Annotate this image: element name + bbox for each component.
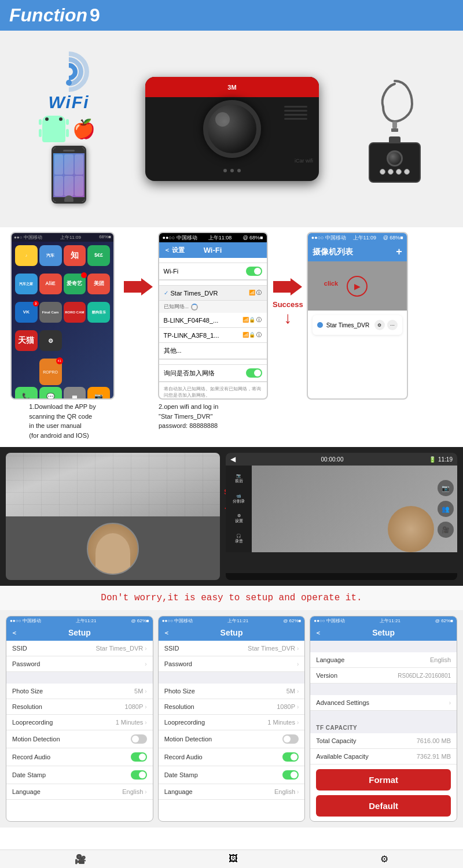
wifi-section: WiFi 🍎 xyxy=(42,54,95,204)
default-button[interactable]: Default xyxy=(316,795,451,817)
arrow2 xyxy=(273,278,302,296)
setup2-photosize-row: Photo Size 5M › xyxy=(159,684,305,699)
setup1-password-row: Password › xyxy=(6,656,153,672)
setup3-version-row: Version RS06DLZ-20160801 xyxy=(310,668,457,684)
setup2-sep1 xyxy=(159,672,305,684)
setup2-datestamp-row: Date Stamp xyxy=(159,766,305,784)
cam-list-title: 摄像机列表 xyxy=(313,247,353,257)
setup1-resolution-row: Resolution 1080P › xyxy=(6,699,153,715)
setup3-nav: ＜ Setup xyxy=(310,625,457,641)
setup3-advanced-list: Advanced Settings › xyxy=(310,695,457,711)
rec-time: 11:19 xyxy=(438,456,453,463)
rec-menu-split[interactable]: 📹分割录 xyxy=(232,493,246,505)
success-label-1: Success ↓ xyxy=(273,300,303,327)
wifi-toggle[interactable] xyxy=(246,267,262,276)
ask-join-desc: 将自动加入已知网络。如果没有已知网络，将询问您是否加入新网络。 xyxy=(159,382,267,400)
setup1-statusbar: ●●○○ 中国移动 上午11:21 @ 62%■ xyxy=(6,616,153,625)
setup3-advanced-row: Advanced Settings › xyxy=(310,695,457,711)
arrow2-col: Success ↓ xyxy=(273,232,303,327)
setup3-title: Setup xyxy=(372,628,395,637)
play-button[interactable]: ▶ xyxy=(347,276,368,297)
platform-icons: 🍎 xyxy=(42,116,95,142)
page-header: Function 9 xyxy=(0,0,463,31)
wifi-symbol xyxy=(46,54,92,89)
wifi-toggle-label: Wi-Fi xyxy=(164,268,179,275)
setup1-nav: ＜ Setup xyxy=(6,625,153,641)
recording-app-screen: ◀ 00:00:00 🔋 11:19 📷前后 📹分割录 ⚙设置 🎧录音 xyxy=(226,453,457,580)
dont-worry-section: Don't worry,it is easy to setup and oper… xyxy=(0,586,463,610)
setup2-list2: Photo Size 5M › Resolution 1080P › Loopr… xyxy=(159,684,305,800)
format-button[interactable]: Format xyxy=(316,769,451,791)
cam-more-btn[interactable]: ⋯ xyxy=(387,320,398,330)
step1-text: 1.Download the APP by scanning the QR co… xyxy=(27,400,98,442)
setup1-list: SSID Star Times_DVR › Password › xyxy=(6,641,153,672)
setup3-language-row: Language English xyxy=(310,652,457,668)
rec-menu-audio[interactable]: 🎧录音 xyxy=(234,533,244,545)
setup2-password-row: Password › xyxy=(159,656,305,672)
setup2-statusbar: ●●○○ 中国移动 上午11:21 @ 62%■ xyxy=(159,616,305,625)
step1-col: ●●○ 中国移动上午11:0968%■ ♪ 汽车 知 $€£ 汽车之家 AliE… xyxy=(5,232,120,442)
ask-join-label: 询问是否加入网络 xyxy=(164,369,215,378)
setup-screen-2: ●●○○ 中国移动 上午11:21 @ 62%■ ＜ Setup SSID St… xyxy=(158,616,306,822)
setup1-ssid-row: SSID Star Times_DVR › xyxy=(6,641,153,656)
setup2-recordaudio-row: Record Audio xyxy=(159,748,305,766)
dual-camera-view xyxy=(6,453,220,580)
wifi-label: WiFi xyxy=(48,93,89,112)
setup1-sep1 xyxy=(6,672,153,684)
setup3-sep3 xyxy=(310,711,457,722)
step3-cam-screen: ●●○○ 中国移动上午11:09@ 68%■ 摄像机列表 + ▶ click S… xyxy=(307,232,408,400)
arrow1 xyxy=(124,278,153,296)
setup1-back-btn[interactable]: ＜ xyxy=(11,629,17,637)
setup1-motion-row: Motion Detection xyxy=(6,730,153,748)
wifi-back-btn[interactable]: ＜ 设置 xyxy=(164,246,185,254)
cam-name: Star Times_DVR xyxy=(326,322,369,328)
ask-join-toggle[interactable] xyxy=(246,368,262,378)
setup1-recordaudio-toggle[interactable] xyxy=(131,752,147,762)
setup3-statusbar: ●●○○ 中国移动 上午11:21 @ 62%■ xyxy=(310,616,457,625)
setup-screen-1: ●●○○ 中国移动 上午11:21 @ 62%■ ＜ Setup SSID St… xyxy=(6,616,153,822)
network1-name: Star Times_DVR xyxy=(171,290,218,297)
other-networks: 其他... xyxy=(164,346,182,355)
rec-capture-btn[interactable]: 📷 xyxy=(438,480,454,496)
add-cam-btn[interactable]: + xyxy=(396,246,402,258)
step2-col: ●●○○ 中国移动上午11:08@ 68%■ ＜ 设置 Wi-Fi Wi-Fi xyxy=(156,232,269,433)
setup3-sep2 xyxy=(310,684,457,695)
rec-menu-frontback[interactable]: 📷前后 xyxy=(234,472,244,485)
rec-snap-btn[interactable]: 🎥 xyxy=(438,522,454,538)
svg-rect-0 xyxy=(392,121,397,128)
setup3-back-btn[interactable]: ＜ xyxy=(315,629,321,637)
setup1-photosize-row: Photo Size 5M › xyxy=(6,684,153,699)
setup2-datestamp-toggle[interactable] xyxy=(282,770,299,780)
function-number: 9 xyxy=(90,5,100,26)
cam-status-dot xyxy=(317,322,323,328)
setup1-recordaudio-row: Record Audio xyxy=(6,748,153,766)
setup2-back-btn[interactable]: ＜ xyxy=(163,629,170,637)
page-title: Function xyxy=(9,5,87,26)
rec-timer: 00:00:00 xyxy=(321,456,344,463)
setup2-motion-row: Motion Detection xyxy=(159,730,305,748)
svg-rect-1 xyxy=(391,128,398,132)
setup2-title: Setup xyxy=(221,628,243,637)
setup3-total-capacity-row: Total Capacity 7616.00 MB xyxy=(310,733,457,749)
setup-screen-3: ●●○○ 中国移动 上午11:21 @ 62%■ ＜ Setup Languag… xyxy=(310,616,457,822)
setup2-looprec-row: Looprecording 1 Minutes › xyxy=(159,715,305,730)
steps-section: ●●○ 中国移动上午11:0968%■ ♪ 汽车 知 $€£ 汽车之家 AliE… xyxy=(0,227,463,447)
rec-record-btn[interactable]: 👥 xyxy=(438,501,454,517)
setup1-motion-toggle[interactable] xyxy=(131,734,147,744)
rec-menu-settings[interactable]: ⚙设置 xyxy=(234,512,244,525)
wifi-screen-title: Wi-Fi xyxy=(204,246,222,254)
setup2-recordaudio-toggle[interactable] xyxy=(282,752,299,762)
setup1-datestamp-toggle[interactable] xyxy=(131,770,147,780)
apple-icon: 🍎 xyxy=(72,118,95,140)
setup1-datestamp-row: Date Stamp xyxy=(6,766,153,784)
step2-text: 2.open wifi and log in "Star Timers_DVR"… xyxy=(156,400,269,433)
cable-icon xyxy=(372,75,418,133)
setup2-resolution-row: Resolution 1080P › xyxy=(159,699,305,715)
step1-phone-screen: ●●○ 中国移动上午11:0968%■ ♪ 汽车 知 $€£ 汽车之家 AliE… xyxy=(10,232,115,400)
svg-marker-3 xyxy=(273,278,302,296)
setup2-motion-toggle[interactable] xyxy=(282,734,299,744)
arrow-right2-icon xyxy=(273,278,302,296)
cam-settings-btn[interactable]: ⚙ xyxy=(374,320,385,330)
setup2-list: SSID Star Times_DVR › Password › xyxy=(159,641,305,672)
setup-section: ●●○○ 中国移动 上午11:21 @ 62%■ ＜ Setup SSID St… xyxy=(0,610,463,828)
